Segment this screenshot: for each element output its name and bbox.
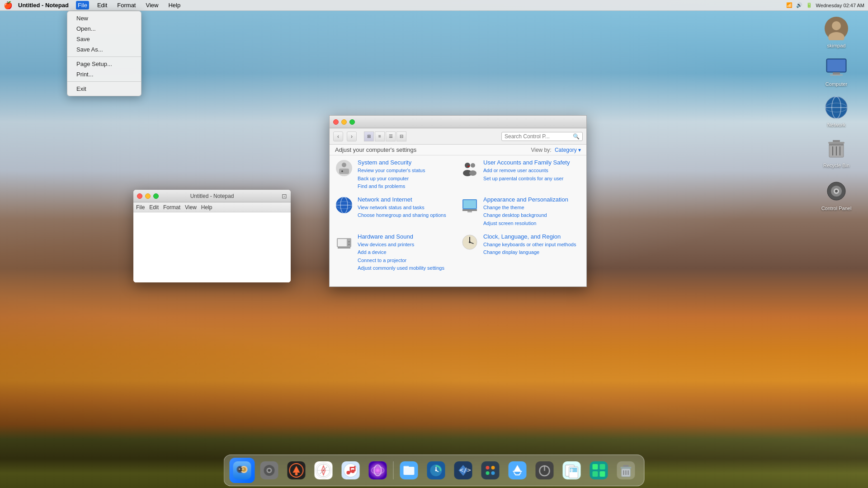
cp-parental-controls[interactable]: Set up parental controls for any user (483, 175, 570, 183)
cp-users-title[interactable]: User Accounts and Family Safety (483, 159, 570, 166)
cp-homegroup[interactable]: Choose homegroup and sharing options (358, 211, 446, 220)
dock-itunes[interactable] (338, 458, 363, 483)
computer-icon-label: Computer (826, 81, 847, 87)
tray-wifi[interactable]: 📶 (786, 2, 793, 8)
cp-change-theme[interactable]: Change the theme (483, 204, 568, 212)
cp-back-btn[interactable]: ‹ (333, 131, 343, 141)
dock-app-store[interactable] (505, 458, 530, 483)
cp-change-keyboards[interactable]: Change keyboards or other input methods (483, 241, 576, 249)
cp-search-icon[interactable]: 🔍 (573, 133, 580, 140)
tray-sound[interactable]: 🔊 (796, 2, 802, 8)
menu-view[interactable]: View (144, 1, 160, 9)
menu-item-exit[interactable]: Exit (67, 84, 141, 94)
cp-connect-projector[interactable]: Connect to a projector (358, 257, 444, 265)
dock-finder[interactable] (230, 458, 255, 483)
apple-menu[interactable]: 🍎 (4, 1, 13, 9)
cp-view-devices[interactable]: View devices and printers (358, 241, 444, 249)
cp-appearance-title[interactable]: Appearance and Personalization (483, 196, 568, 203)
dock-launchpad2[interactable] (478, 458, 503, 483)
cp-search-input[interactable] (505, 133, 573, 140)
dock-safari[interactable] (311, 458, 336, 483)
menu-item-page-setup[interactable]: Page Setup... (67, 59, 141, 69)
dock-xcode[interactable]: </> (451, 458, 476, 483)
svg-rect-31 (467, 166, 470, 167)
cp-backup[interactable]: Back up your computer (358, 175, 425, 183)
desktop-icon-network[interactable]: Network (818, 95, 854, 128)
cp-view-buttons: ⊞ ≡ ☰ ⊟ (364, 131, 406, 141)
desktop-icon-user[interactable]: skimpad (818, 16, 854, 49)
cp-change-language[interactable]: Change display language (483, 249, 576, 257)
cp-hardware-title[interactable]: Hardware and Sound (358, 233, 444, 240)
cp-system-security-title[interactable]: System and Security (358, 159, 425, 166)
menu-edit[interactable]: Edit (95, 1, 109, 9)
menubar: 🍎 Untitled - Notepad File Edit Format Vi… (0, 0, 868, 11)
desktop-icon-control-panel[interactable]: Control Panel (818, 178, 854, 211)
menu-item-open[interactable]: Open... (67, 23, 141, 34)
menu-format[interactable]: Format (115, 1, 137, 9)
cp-view-list[interactable]: ≡ (375, 131, 385, 141)
minimize-button[interactable] (145, 193, 151, 199)
notepad-menu-view[interactable]: View (185, 204, 197, 211)
svg-point-48 (469, 241, 471, 243)
dock-power[interactable] (532, 458, 557, 483)
menu-item-save-as[interactable]: Save As... (67, 44, 141, 55)
desktop-icon-recycle-bin[interactable]: Recycle Bin (818, 136, 854, 169)
cp-search: 🔍 (501, 132, 583, 141)
cp-forward-btn[interactable]: › (347, 131, 357, 141)
dock-mosaic[interactable] (586, 458, 612, 483)
cp-view-grid[interactable]: ⊞ (364, 131, 374, 141)
network-icon (824, 95, 849, 120)
network-cp-icon (335, 196, 353, 214)
menu-item-new[interactable]: New (67, 13, 141, 23)
desktop-icon-computer[interactable]: Computer (818, 54, 854, 87)
cp-minimize-button[interactable] (341, 119, 347, 125)
cp-review-status[interactable]: Review your computer's status (358, 167, 425, 175)
svg-point-83 (347, 471, 350, 474)
menubar-time: Wednesday 02:47 AM (816, 3, 864, 8)
svg-rect-6 (830, 75, 843, 75)
svg-point-105 (491, 466, 495, 469)
dock-time-machine[interactable] (424, 458, 449, 483)
svg-rect-93 (404, 467, 415, 475)
notepad-menu-help[interactable]: Help (201, 204, 212, 211)
control-panel-window[interactable]: ‹ › ⊞ ≡ ☰ ⊟ 🔍 Adjust your computer's set… (329, 115, 587, 287)
control-panel-desktop-icon (824, 178, 849, 204)
notepad-menu-file[interactable]: File (136, 204, 145, 211)
svg-rect-5 (833, 72, 840, 75)
cp-hardware-text: Hardware and Sound View devices and prin… (358, 233, 444, 272)
menu-item-print[interactable]: Print... (67, 69, 141, 80)
dock-files[interactable] (396, 458, 422, 483)
dock-trash[interactable] (613, 458, 639, 483)
cp-clock-title[interactable]: Clock, Language, and Region (483, 233, 576, 240)
win-maximize-btn[interactable]: ⊡ (282, 192, 287, 200)
cp-view-network[interactable]: View network status and tasks (358, 204, 446, 212)
cp-toolbar: ‹ › ⊞ ≡ ☰ ⊟ 🔍 (330, 128, 586, 145)
notepad-menu-edit[interactable]: Edit (149, 204, 159, 211)
tray-battery[interactable]: 🔋 (806, 2, 812, 8)
cp-change-desktop[interactable]: Change desktop background (483, 211, 568, 220)
notepad-textarea[interactable] (133, 212, 291, 282)
cp-find-fix[interactable]: Find and fix problems (358, 183, 425, 191)
menu-item-save[interactable]: Save (67, 34, 141, 44)
close-button[interactable] (137, 193, 142, 199)
cp-close-button[interactable] (333, 119, 339, 125)
dock-siri[interactable] (365, 458, 391, 483)
cp-network-title[interactable]: Network and Internet (358, 196, 446, 203)
cp-view-tile[interactable]: ⊟ (396, 131, 406, 141)
menu-file[interactable]: File (76, 1, 89, 9)
notepad-window[interactable]: Untitled - Notepad ⊡ File Edit Format Vi… (133, 190, 291, 282)
zoom-button[interactable] (153, 193, 159, 199)
dock-system-preferences[interactable] (257, 458, 282, 483)
dock-preview[interactable] (559, 458, 585, 483)
cp-zoom-button[interactable] (349, 119, 355, 125)
cp-add-remove-users[interactable]: Add or remove user accounts (483, 167, 570, 175)
svg-point-26 (341, 170, 343, 172)
dock-launchpad[interactable] (284, 458, 309, 483)
cp-viewby-btn[interactable]: Category ▾ (555, 147, 581, 153)
cp-add-device[interactable]: Add a device (358, 249, 444, 257)
cp-mobility[interactable]: Adjust commonly used mobility settings (358, 264, 444, 272)
notepad-menu-format[interactable]: Format (163, 204, 180, 211)
menu-help[interactable]: Help (166, 1, 182, 9)
cp-view-detail[interactable]: ☰ (386, 131, 396, 141)
cp-adjust-resolution[interactable]: Adjust screen resolution (483, 220, 568, 228)
